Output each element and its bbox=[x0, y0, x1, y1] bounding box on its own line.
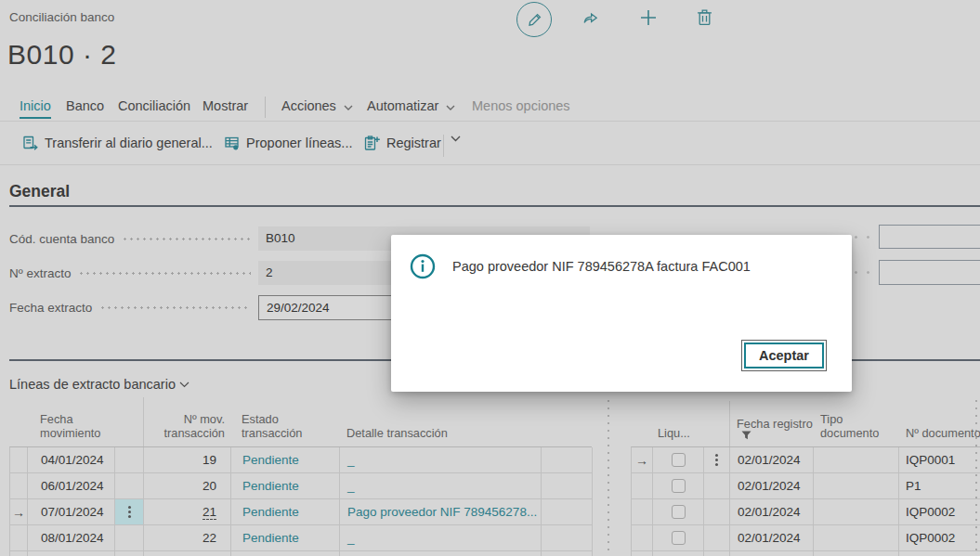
field-right-2[interactable] bbox=[879, 260, 980, 285]
tab-inicio[interactable]: Inicio bbox=[20, 98, 51, 113]
field-label-cuenta-banco: Cód. cuenta banco bbox=[9, 232, 114, 246]
cell-estado[interactable]: Pendiente bbox=[231, 499, 340, 525]
cell-fecha-registro[interactable]: 02/01/2024 bbox=[730, 473, 814, 499]
share-button[interactable] bbox=[581, 9, 598, 25]
cell-row-menu[interactable] bbox=[115, 473, 144, 499]
cell-liquidado[interactable] bbox=[653, 525, 704, 551]
cell-estado[interactable]: Pendiente bbox=[231, 525, 340, 551]
cell-fecha[interactable]: 04/01/2024 bbox=[28, 447, 115, 473]
lines-section-heading[interactable]: Líneas de extracto bancario bbox=[9, 377, 189, 392]
tab-conciliacion[interactable]: Conciliación bbox=[118, 98, 190, 113]
info-dialog: Pago proveedor NIF 789456278A factura FA… bbox=[391, 235, 852, 392]
col-header-num-mov[interactable]: Nº mov. transacción bbox=[143, 397, 230, 446]
cell-num-documento[interactable]: IQP0002 bbox=[899, 525, 980, 551]
cell-fecha[interactable]: 07/01/2024 bbox=[28, 499, 115, 525]
frozen-column-divider bbox=[143, 397, 144, 446]
action-separator bbox=[443, 135, 444, 157]
cell-fecha[interactable]: 06/01/2024 bbox=[28, 473, 115, 499]
cell-detalle[interactable]: _ bbox=[340, 447, 542, 473]
cell-row-menu[interactable] bbox=[115, 525, 144, 551]
cell-row-menu[interactable] bbox=[704, 447, 730, 473]
pane-splitter[interactable] bbox=[608, 397, 609, 556]
row-indicator bbox=[10, 473, 28, 499]
ok-button[interactable]: Aceptar bbox=[744, 343, 824, 369]
field-label-fecha-extracto: Fecha extracto bbox=[9, 301, 92, 315]
col-header-detalle[interactable]: Detalle transacción bbox=[339, 397, 541, 446]
menu-acciones[interactable]: Acciones bbox=[281, 98, 353, 113]
row-indicator-selected: → bbox=[632, 447, 653, 473]
menu-separator bbox=[265, 97, 266, 118]
cell-num-documento[interactable]: P1 bbox=[899, 473, 980, 499]
action-suggest-lines[interactable]: Proponer líneas... bbox=[225, 136, 352, 150]
cell-num-documento[interactable]: IQP0001 bbox=[899, 447, 980, 473]
col-header-fecha-registro[interactable]: Fecha registro bbox=[729, 397, 813, 446]
cell-estado[interactable]: Pendiente bbox=[231, 473, 340, 499]
row-menu-icon bbox=[715, 459, 718, 461]
dotted-leader bbox=[78, 272, 251, 275]
row-indicator bbox=[10, 447, 28, 473]
cell-detalle[interactable]: _ bbox=[340, 473, 542, 499]
cell-fecha-registro[interactable]: 02/01/2024 bbox=[730, 499, 814, 525]
cell-num-mov[interactable]: 20 bbox=[144, 473, 231, 499]
checkbox[interactable] bbox=[672, 505, 686, 519]
cell-detalle[interactable]: Pago proveedor NIF 789456278... bbox=[340, 499, 542, 525]
new-button[interactable] bbox=[640, 9, 657, 26]
filter-icon bbox=[741, 431, 751, 440]
cell-tipo-documento[interactable] bbox=[814, 525, 899, 551]
chevron-down-icon bbox=[446, 105, 455, 110]
cell-tipo-documento[interactable] bbox=[814, 499, 899, 525]
action-more-split[interactable] bbox=[451, 136, 461, 142]
checkbox[interactable] bbox=[672, 453, 686, 467]
action-registrar[interactable]: Registrar bbox=[364, 136, 441, 150]
cell-row-menu[interactable] bbox=[704, 499, 730, 525]
frozen-column-divider bbox=[729, 401, 730, 446]
bank-statement-lines-grid: Fecha movimiento Nº mov. transacción Est… bbox=[9, 397, 592, 556]
col-header-estado[interactable]: Estado transacción bbox=[230, 397, 339, 446]
cell-row-menu[interactable] bbox=[115, 447, 144, 473]
cell-estado[interactable]: Pendiente bbox=[231, 447, 340, 473]
action-transfer-journal[interactable]: Transferir al diario general... bbox=[23, 136, 213, 150]
tab-mostrar[interactable]: Mostrar bbox=[203, 98, 248, 113]
tab-banco[interactable]: Banco bbox=[66, 98, 104, 113]
field-right-1[interactable] bbox=[879, 225, 980, 249]
cell-row-menu[interactable] bbox=[704, 473, 730, 499]
cell-tipo-documento[interactable] bbox=[814, 473, 899, 499]
info-icon bbox=[410, 253, 436, 279]
cell-detalle[interactable]: _ bbox=[340, 525, 542, 551]
divider bbox=[0, 164, 980, 165]
cell-fecha-registro[interactable]: 02/01/2024 bbox=[730, 447, 814, 473]
menu-automatizar[interactable]: Automatizar bbox=[367, 98, 455, 113]
col-header-num-documento[interactable]: Nº documento bbox=[898, 397, 980, 446]
bank-reconciliation-page: Conciliación banco B010 · 2 bbox=[0, 0, 980, 556]
divider bbox=[0, 121, 980, 122]
cell-liquidado[interactable] bbox=[653, 499, 704, 525]
cell-liquidado[interactable] bbox=[653, 473, 704, 499]
col-header-fecha-movimiento[interactable]: Fecha movimiento bbox=[27, 397, 114, 446]
bank-ledger-entries-grid: Liqu... Fecha registro Tipo documento Nº… bbox=[631, 397, 980, 556]
dotted-leader bbox=[99, 306, 251, 309]
edit-button[interactable] bbox=[516, 2, 552, 37]
cell-num-mov[interactable]: 22 bbox=[144, 525, 231, 551]
pencil-icon bbox=[526, 11, 543, 29]
section-heading-general[interactable]: General bbox=[9, 182, 70, 201]
cell-row-menu[interactable] bbox=[704, 525, 730, 551]
suggest-lines-icon bbox=[225, 136, 240, 150]
transfer-journal-icon bbox=[23, 136, 38, 150]
col-header-tipo-documento[interactable]: Tipo documento bbox=[813, 397, 898, 446]
checkbox[interactable] bbox=[672, 479, 686, 493]
cell-row-menu[interactable] bbox=[115, 499, 144, 525]
cell-fecha-registro[interactable]: 02/01/2024 bbox=[730, 525, 814, 551]
share-icon bbox=[581, 9, 598, 25]
current-row-arrow-icon: → bbox=[12, 505, 25, 520]
col-header-liquidado[interactable]: Liqu... bbox=[652, 397, 703, 446]
delete-button[interactable] bbox=[697, 8, 712, 26]
cell-num-mov[interactable]: 21 bbox=[144, 499, 231, 525]
cell-tipo-documento[interactable] bbox=[814, 447, 899, 473]
cell-num-documento[interactable]: IQP0002 bbox=[899, 499, 980, 525]
cell-num-mov[interactable]: 19 bbox=[144, 447, 231, 473]
cell-fecha[interactable]: 08/01/2024 bbox=[28, 525, 115, 551]
checkbox[interactable] bbox=[672, 531, 686, 545]
menu-menos-opciones[interactable]: Menos opciones bbox=[472, 98, 570, 113]
current-row-arrow-icon: → bbox=[635, 453, 648, 468]
cell-liquidado[interactable] bbox=[653, 447, 704, 473]
